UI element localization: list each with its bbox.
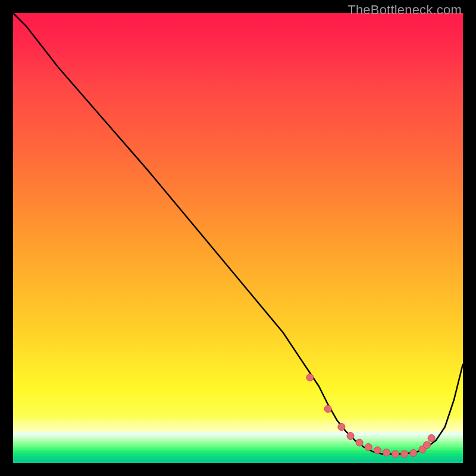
frame-bottom [0, 463, 476, 476]
plot-area [13, 13, 463, 463]
chart-container: TheBottleneck.com [0, 0, 476, 476]
frame-left [0, 0, 13, 476]
watermark-text: TheBottleneck.com [347, 2, 462, 18]
green-stripe-group [13, 432, 463, 463]
frame-right [463, 0, 476, 476]
pale-yellow-band [13, 418, 463, 432]
thermal-gradient [13, 13, 463, 418]
